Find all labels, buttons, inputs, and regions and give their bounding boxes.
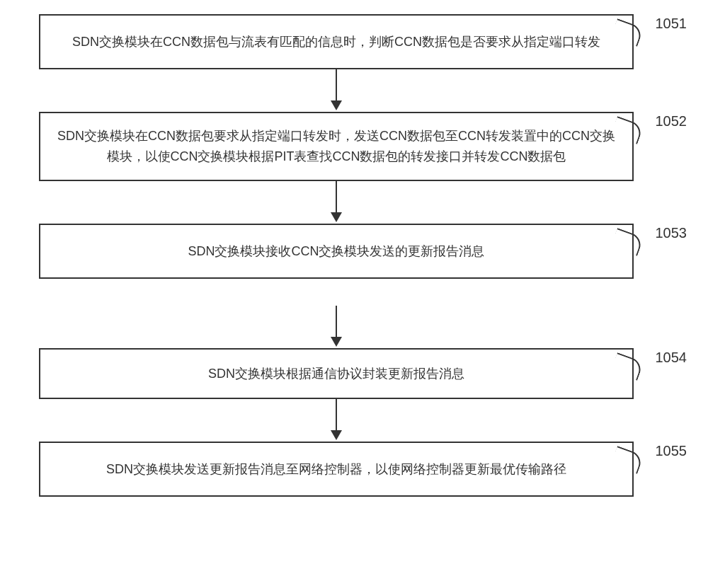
- label-wrap-1: 1051: [630, 18, 694, 44]
- step-label: 1054: [656, 350, 687, 366]
- step-wrapper-3: SDN交换模块接收CCN交换模块发送的更新报告消息 1053: [21, 224, 651, 279]
- label-wrap-4: 1054: [630, 352, 694, 378]
- arrow-line: [336, 399, 337, 430]
- step-wrapper-2: SDN交换模块在CCN数据包要求从指定端口转发时，发送CCN数据包至CCN转发装…: [21, 112, 651, 181]
- flowchart-container: SDN交换模块在CCN数据包与流表有匹配的信息时，判断CCN数据包是否要求从指定…: [0, 14, 708, 497]
- step-box-1051: SDN交换模块在CCN数据包与流表有匹配的信息时，判断CCN数据包是否要求从指定…: [39, 14, 634, 69]
- step-text: SDN交换模块在CCN数据包与流表有匹配的信息时，判断CCN数据包是否要求从指定…: [72, 32, 600, 52]
- label-wrap-3: 1053: [630, 228, 694, 253]
- step-label: 1051: [656, 16, 687, 32]
- step-label: 1053: [656, 225, 687, 241]
- arrow-line: [336, 306, 337, 337]
- step-box-1052: SDN交换模块在CCN数据包要求从指定端口转发时，发送CCN数据包至CCN转发装…: [39, 112, 634, 181]
- step-text: SDN交换模块发送更新报告消息至网络控制器，以使网络控制器更新最优传输路径: [106, 459, 566, 480]
- step-wrapper-5: SDN交换模块发送更新报告消息至网络控制器，以使网络控制器更新最优传输路径 10…: [21, 442, 651, 497]
- step-text: SDN交换模块在CCN数据包要求从指定端口转发时，发送CCN数据包至CCN转发装…: [55, 126, 618, 167]
- step-box-1055: SDN交换模块发送更新报告消息至网络控制器，以使网络控制器更新最优传输路径: [39, 442, 634, 497]
- step-label: 1052: [656, 113, 687, 129]
- step-wrapper-4: SDN交换模块根据通信协议封装更新报告消息 1054: [21, 348, 651, 399]
- label-wrap-5: 1055: [630, 446, 694, 471]
- arrow-head: [331, 100, 342, 110]
- step-label: 1055: [656, 443, 687, 459]
- step-text: SDN交换模块根据通信协议封装更新报告消息: [208, 364, 464, 384]
- step-text: SDN交换模块接收CCN交换模块发送的更新报告消息: [188, 241, 484, 262]
- arrow-down-icon: [331, 69, 342, 112]
- arrow-line: [336, 181, 337, 212]
- step-box-1053: SDN交换模块接收CCN交换模块发送的更新报告消息: [39, 224, 634, 279]
- arrow-down-icon: [331, 181, 342, 224]
- arrow-down-icon: [331, 399, 342, 442]
- label-wrap-2: 1052: [630, 116, 694, 142]
- arrow-head: [331, 212, 342, 222]
- step-box-1054: SDN交换模块根据通信协议封装更新报告消息: [39, 348, 634, 399]
- arrow-down-icon: [331, 306, 342, 348]
- arrow-head: [331, 430, 342, 440]
- arrow-line: [336, 69, 337, 100]
- arrow-head: [331, 337, 342, 347]
- step-wrapper-1: SDN交换模块在CCN数据包与流表有匹配的信息时，判断CCN数据包是否要求从指定…: [21, 14, 651, 69]
